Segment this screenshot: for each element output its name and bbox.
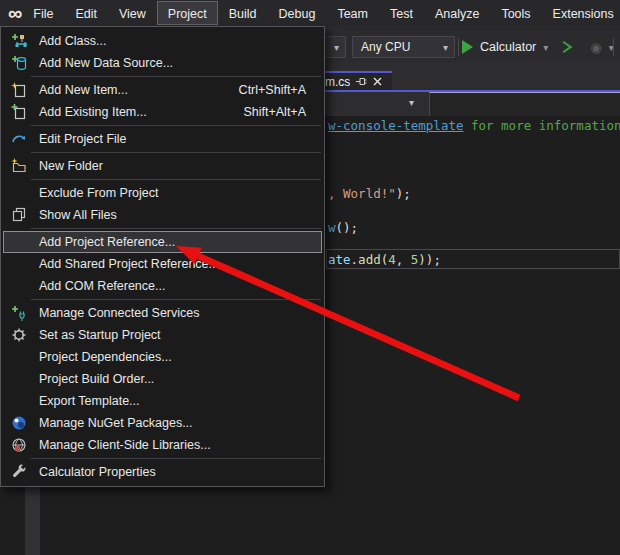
- add-data-source-icon: [9, 55, 29, 71]
- menu-item-label: Edit Project File: [39, 132, 127, 146]
- menubar-item-team[interactable]: Team: [326, 1, 379, 25]
- menu-item-label: Export Template...: [39, 394, 140, 408]
- menu-item-project-dependencies[interactable]: Project Dependencies...: [3, 346, 322, 368]
- menu-item-label: Add Class...: [39, 34, 106, 48]
- platform-combo-value: Any CPU: [361, 40, 410, 54]
- menu-separator: [31, 228, 321, 229]
- menu-item-add-new-data-source[interactable]: Add New Data Source...: [3, 52, 322, 74]
- menubar-item-extensions[interactable]: Extensions: [542, 1, 620, 25]
- connected-services-icon: [9, 305, 29, 321]
- menu-separator: [31, 458, 321, 459]
- code-line: w();: [328, 220, 358, 236]
- menu-item-label: Manage Client-Side Libraries...: [39, 438, 211, 452]
- menu-item-add-shared-project-reference[interactable]: Add Shared Project Reference...: [3, 253, 322, 275]
- menu-item-manage-client-side-libraries[interactable]: Manage Client-Side Libraries...: [3, 434, 322, 456]
- menu-item-label: Add Shared Project Reference...: [39, 257, 219, 271]
- menu-item-add-new-item[interactable]: Add New Item...Ctrl+Shift+A: [3, 79, 322, 101]
- menu-item-add-existing-item[interactable]: Add Existing Item...Shift+Alt+A: [3, 101, 322, 123]
- flame-icon[interactable]: ◉︎: [590, 40, 601, 55]
- close-icon[interactable]: [373, 77, 382, 86]
- chevron-down-icon: ▾: [409, 97, 414, 108]
- start-debugging-button[interactable]: Calculator ▾ ◉︎ ▾: [462, 36, 614, 58]
- main-menu-bar: ∞ FileEditViewProjectBuildDebugTeamTestA…: [0, 0, 620, 26]
- menubar-item-build[interactable]: Build: [218, 1, 268, 25]
- menu-item-label: Add Existing Item...: [39, 105, 147, 119]
- menubar-item-tools[interactable]: Tools: [490, 1, 541, 25]
- menu-item-show-all-files[interactable]: Show All Files: [3, 204, 322, 226]
- code-token: ate: [328, 252, 351, 267]
- client-side-libraries-icon: [9, 437, 29, 453]
- toolbar-separator: [458, 38, 459, 56]
- menu-item-label: Add COM Reference...: [39, 279, 165, 293]
- new-folder-icon: [9, 158, 29, 174]
- menu-item-add-project-reference[interactable]: Add Project Reference...: [3, 231, 322, 253]
- code-line: , World!");: [328, 186, 411, 202]
- add-new-item-icon: [9, 82, 29, 98]
- code-link[interactable]: w-console-template: [328, 118, 463, 133]
- menubar-item-test[interactable]: Test: [379, 1, 424, 25]
- breakpoint-gutter[interactable]: [25, 483, 40, 555]
- pin-icon[interactable]: [356, 76, 367, 87]
- menu-item-shortcut: Ctrl+Shift+A: [239, 83, 306, 97]
- menubar-item-view[interactable]: View: [108, 1, 157, 25]
- menubar-item-project[interactable]: Project: [157, 1, 218, 25]
- code-token: add: [358, 252, 381, 267]
- toolbar-separator: [613, 38, 614, 56]
- menu-item-label: Set as Startup Project: [39, 328, 161, 342]
- run-button-label: Calculator: [480, 40, 536, 54]
- menu-item-manage-connected-services[interactable]: Manage Connected Services: [3, 302, 322, 324]
- menu-item-label: Show All Files: [39, 208, 117, 222]
- show-all-files-icon: [9, 207, 29, 223]
- play-icon: [462, 40, 473, 54]
- project-menu-dropdown: Add Class...Add New Data Source...Add Ne…: [0, 26, 325, 487]
- menu-item-project-build-order[interactable]: Project Build Order...: [3, 368, 322, 390]
- code-token: ();: [336, 220, 359, 235]
- chevron-down-icon: ▾: [543, 42, 548, 53]
- visual-studio-logo: ∞: [8, 2, 22, 24]
- code-token: );: [396, 186, 411, 201]
- menu-separator: [31, 299, 321, 300]
- menu-separator: [31, 76, 321, 77]
- chevron-down-icon: ▾: [443, 42, 448, 53]
- add-existing-item-icon: [9, 104, 29, 120]
- menu-item-label: Add Project Reference...: [39, 235, 175, 249]
- menu-item-label: Exclude From Project: [39, 186, 158, 200]
- menu-item-label: Project Build Order...: [39, 372, 154, 386]
- menu-item-label: Manage Connected Services: [39, 306, 200, 320]
- menu-item-add-class[interactable]: Add Class...: [3, 30, 322, 52]
- menu-item-label: Manage NuGet Packages...: [39, 416, 193, 430]
- menu-item-edit-project-file[interactable]: Edit Project File: [3, 128, 322, 150]
- menu-item-label: Add New Item...: [39, 83, 128, 97]
- menu-item-set-as-startup-project[interactable]: Set as Startup Project: [3, 324, 322, 346]
- code-token: , World!": [328, 186, 396, 201]
- menu-item-export-template[interactable]: Export Template...: [3, 390, 322, 412]
- type-dropdown[interactable]: [429, 92, 620, 116]
- code-token: ));: [418, 252, 441, 267]
- code-line: w-console-template for more information: [328, 118, 620, 134]
- start-without-debugging-icon[interactable]: [556, 41, 573, 53]
- code-token: ,: [396, 252, 411, 267]
- menu-item-label: Project Dependencies...: [39, 350, 172, 364]
- menu-item-new-folder[interactable]: New Folder: [3, 155, 322, 177]
- code-token: for more information: [463, 118, 620, 133]
- menu-item-add-com-reference[interactable]: Add COM Reference...: [3, 275, 322, 297]
- menu-item-shortcut: Shift+Alt+A: [243, 105, 306, 119]
- menubar-item-analyze[interactable]: Analyze: [424, 1, 490, 25]
- menu-item-calculator-properties[interactable]: Calculator Properties: [3, 461, 322, 483]
- properties-wrench-icon: [9, 464, 29, 480]
- code-token: .: [351, 252, 359, 267]
- menubar-item-file[interactable]: File: [22, 1, 64, 25]
- edit-project-file-icon: [9, 131, 29, 147]
- platform-combo[interactable]: Any CPU ▾: [352, 36, 455, 58]
- menu-item-manage-nuget-packages[interactable]: Manage NuGet Packages...: [3, 412, 322, 434]
- menu-item-label: Calculator Properties: [39, 465, 156, 479]
- menubar-item-edit[interactable]: Edit: [64, 1, 108, 25]
- menu-item-exclude-from-project[interactable]: Exclude From Project: [3, 182, 322, 204]
- chevron-down-icon: ▾: [334, 42, 339, 53]
- add-class-icon: [9, 33, 29, 49]
- menu-item-label: Add New Data Source...: [39, 56, 173, 70]
- menu-item-label: New Folder: [39, 159, 103, 173]
- startup-project-icon: [9, 327, 29, 343]
- menubar-item-debug[interactable]: Debug: [268, 1, 327, 25]
- nuget-icon: [9, 415, 29, 431]
